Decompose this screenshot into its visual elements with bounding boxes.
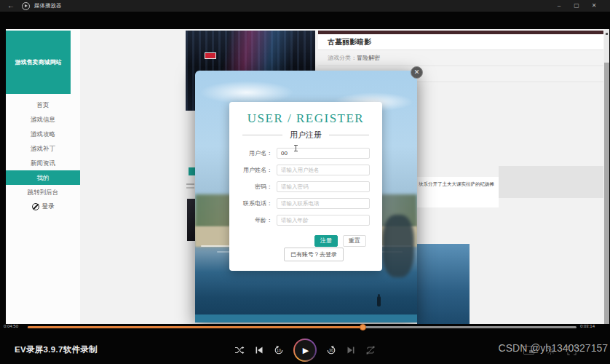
shore-strip: [195, 314, 417, 323]
scrollbar-arrow-icon: [606, 33, 608, 35]
text-cursor-pointer: [293, 145, 298, 152]
svg-text:10: 10: [277, 348, 281, 352]
play-icon: ▶: [295, 340, 315, 360]
window-titlebar: ← 媒体播放器 – ▢ ✕: [0, 0, 610, 12]
site-title: 游戏售卖商城网站: [6, 31, 71, 94]
sidebar-item-mine[interactable]: 我的: [6, 170, 80, 185]
game-category-label: 游戏分类：: [328, 54, 357, 62]
svg-text:30: 30: [329, 348, 333, 352]
minimize-button[interactable]: –: [550, 0, 568, 12]
current-time: 0:04:50: [4, 324, 18, 328]
sidebar-item-backend[interactable]: 跳转到后台: [6, 185, 80, 199]
sidebar-item-home[interactable]: 首页: [6, 98, 80, 112]
page-scrollbar[interactable]: [604, 29, 609, 324]
divider-line: [242, 135, 282, 135]
close-modal-button[interactable]: ✕: [411, 66, 423, 79]
phone-row: 联系电话：: [234, 198, 370, 209]
reset-button[interactable]: 重置: [343, 235, 366, 247]
age-row: 年龄：: [234, 215, 370, 226]
sidebar-item-game-info[interactable]: 游戏信息: [6, 112, 80, 127]
fullname-row: 用户姓名：: [234, 165, 370, 175]
login-label: 登录: [42, 202, 55, 211]
back-icon[interactable]: ←: [7, 0, 15, 12]
replay-10-icon[interactable]: 10: [274, 345, 284, 355]
secondary-image: [417, 244, 470, 324]
modal-subtitle-row: 用户注册: [242, 130, 369, 141]
text-fragment: [186, 183, 194, 185]
fullname-input[interactable]: [277, 165, 370, 175]
side-panel: [499, 166, 603, 198]
modal-title: USER / REGISTER: [229, 111, 382, 126]
seek-progress: [28, 326, 363, 328]
sidebar-menu: 首页 游戏信息 游戏攻略 游戏补丁 新闻资讯 我的 跳转到后台 登录: [6, 98, 80, 214]
sidebar-item-news[interactable]: 新闻资讯: [6, 156, 80, 170]
register-button[interactable]: 注册: [314, 235, 338, 247]
neon-sign-decoration: [205, 52, 216, 59]
person-silhouette: [377, 296, 381, 306]
password-input[interactable]: [277, 181, 370, 192]
phone-input[interactable]: [277, 198, 370, 209]
app-window: ← 媒体播放器 – ▢ ✕ 游戏售卖商城网站 首页 游戏信息 游戏攻略 游戏补丁…: [0, 0, 610, 364]
modal-subtitle: 用户注册: [290, 130, 322, 141]
remaining-time: 0:03:14: [580, 324, 595, 328]
shuffle-icon[interactable]: [234, 345, 245, 355]
seek-bar[interactable]: [28, 326, 577, 328]
maximize-button[interactable]: ▢: [568, 0, 585, 12]
media-player-icon: [22, 2, 30, 10]
rock-decoration: [382, 215, 414, 277]
previous-track-icon[interactable]: [254, 345, 264, 355]
forward-30-icon[interactable]: 30: [326, 345, 336, 355]
play-button[interactable]: ▶: [293, 339, 317, 362]
password-label: 密码：: [234, 183, 277, 191]
close-window-button[interactable]: ✕: [585, 0, 603, 12]
game-category-value: 冒险解密: [357, 54, 380, 62]
seek-handle[interactable]: [360, 324, 366, 331]
list-image-sliver: [187, 199, 195, 241]
age-input[interactable]: [277, 215, 370, 226]
next-track-icon[interactable]: [346, 345, 356, 355]
phone-label: 联系电话：: [234, 199, 277, 207]
login-icon: [32, 203, 39, 210]
description-text: 块乐分开了土夫大课实拉萨的纪扬摊: [416, 177, 499, 207]
password-row: 密码：: [234, 181, 370, 192]
divider-line: [329, 135, 369, 135]
register-modal: USER / REGISTER 用户注册 用户名： 用户姓名： 密码：: [229, 102, 382, 271]
goto-login-link[interactable]: 已有账号？去登录: [284, 248, 344, 261]
recorder-caption: EV录屏3.9.7软件录制: [15, 344, 98, 355]
game-title: 古墓丽影暗影: [318, 34, 603, 50]
window-title: 媒体播放器: [34, 2, 62, 9]
age-label: 年龄：: [234, 216, 277, 224]
modal-buttons: 注册 重置: [229, 235, 366, 247]
csdn-watermark: CSDN @yh1340327157: [499, 342, 608, 354]
repeat-off-icon[interactable]: [365, 345, 376, 355]
sidebar-item-game-patch[interactable]: 游戏补丁: [6, 141, 80, 156]
site-sidebar: 游戏售卖商城网站 首页 游戏信息 游戏攻略 游戏补丁 新闻资讯 我的 跳转到后台…: [6, 29, 80, 324]
game-category-row: 游戏分类： 冒险解密: [318, 50, 603, 66]
fullname-label: 用户姓名：: [234, 166, 277, 174]
sidebar-login[interactable]: 登录: [6, 199, 80, 214]
cloud-decoration: [199, 81, 294, 104]
video-frame: 游戏售卖商城网站 首页 游戏信息 游戏攻略 游戏补丁 新闻资讯 我的 跳转到后台…: [6, 29, 609, 324]
username-input[interactable]: [277, 148, 370, 159]
username-label: 用户名：: [234, 149, 277, 157]
register-fields: 用户名： 用户姓名： 密码： 联系电话： 年龄：: [229, 148, 382, 226]
sidebar-item-game-guide[interactable]: 游戏攻略: [6, 127, 80, 141]
username-row: 用户名：: [234, 148, 370, 159]
